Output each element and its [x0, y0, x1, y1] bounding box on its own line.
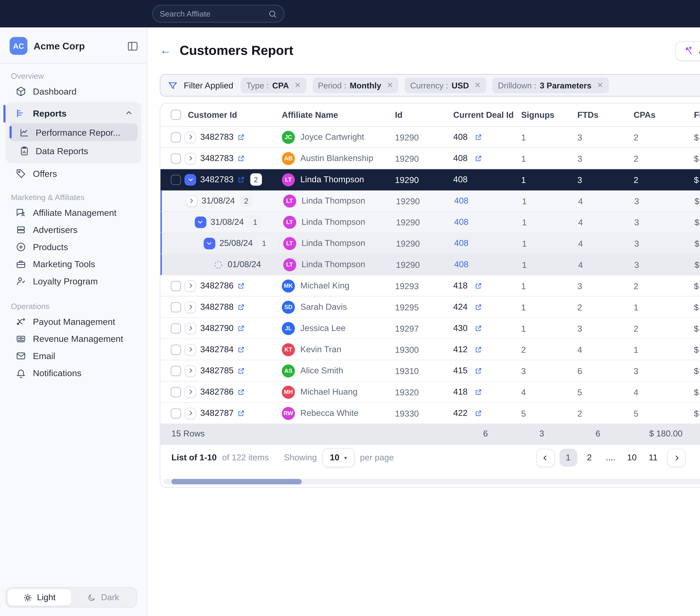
external-link-icon[interactable] [474, 324, 482, 332]
affiliate-search[interactable] [152, 5, 285, 23]
sidebar-item-payout-management[interactable]: Payout Management [0, 313, 147, 330]
expand-row-button[interactable] [185, 280, 196, 292]
sidebar-item-reports[interactable]: Reports [5, 103, 141, 123]
sidebar-item-loyalty-program[interactable]: Loyalty Program [0, 273, 147, 290]
external-link-icon[interactable] [237, 176, 245, 183]
page-button-2[interactable]: 2 [580, 449, 598, 466]
sidebar-collapse-icon[interactable] [127, 40, 138, 52]
theme-dark-button[interactable]: Dark [71, 589, 135, 606]
expand-row-button[interactable] [185, 153, 196, 164]
filter-chip-period[interactable]: Period :Monthly✕ [312, 77, 399, 93]
table-row[interactable]: 34827832LTLinda Thompson19290408132$ 102… [160, 169, 700, 191]
column-header[interactable]: Current Deal Id [447, 110, 512, 119]
collapse-row-button[interactable] [203, 238, 215, 249]
external-link-icon[interactable] [237, 409, 245, 417]
table-row[interactable]: 3482785ASAlice Smith19310415363$ 135.00$… [160, 360, 700, 382]
next-page-button[interactable] [667, 448, 685, 467]
expand-row-button[interactable] [185, 322, 196, 334]
column-header[interactable]: Affiliate Name [275, 110, 388, 119]
expand-row-button[interactable] [186, 195, 197, 206]
current-deal-id[interactable]: 408 [454, 239, 468, 248]
row-checkbox[interactable] [171, 153, 181, 163]
sidebar-item-notifications[interactable]: Notifications [0, 364, 147, 382]
table-row[interactable]: 3482784KTKevin Tran19300412241$ 120.00$ … [160, 339, 700, 360]
expand-row-button[interactable] [185, 301, 196, 313]
close-icon[interactable]: ✕ [295, 81, 301, 90]
column-header[interactable]: Signups [512, 110, 570, 119]
external-link-icon[interactable] [237, 388, 245, 396]
back-button[interactable]: ← [160, 44, 171, 57]
table-subrow[interactable]: 01/08/24LTLinda Thompson19290408143$ 110… [160, 254, 700, 275]
horizontal-scrollbar[interactable] [163, 479, 700, 484]
prev-page-button[interactable] [536, 448, 554, 467]
row-checkbox[interactable] [171, 365, 181, 376]
theme-toggle[interactable]: Light Dark [5, 587, 137, 608]
expand-row-button[interactable] [185, 131, 196, 143]
select-all-checkbox[interactable] [171, 110, 181, 120]
collapse-row-button[interactable] [195, 216, 207, 228]
sidebar-item-offers[interactable]: Offers [0, 165, 147, 182]
column-header[interactable]: CPAs [626, 110, 686, 119]
external-link-icon[interactable] [474, 409, 482, 417]
sidebar-item-advertisers[interactable]: Advertisers [0, 221, 147, 238]
expand-row-button[interactable] [185, 386, 196, 398]
row-checkbox[interactable] [171, 281, 181, 291]
search-input[interactable] [160, 10, 268, 18]
close-icon[interactable]: ✕ [474, 81, 481, 90]
table-row[interactable]: 3482786MKMichael King19293418132$ 120.00… [160, 275, 700, 297]
table-row[interactable]: 3482783ABAustin Blankenship19290408132$ … [160, 148, 700, 169]
external-link-icon[interactable] [237, 346, 245, 353]
external-link-icon[interactable] [237, 367, 245, 374]
external-link-icon[interactable] [237, 154, 245, 162]
close-icon[interactable]: ✕ [387, 81, 393, 90]
page-button-11[interactable]: 11 [644, 449, 662, 466]
filter-chip-type[interactable]: Type :CPA✕ [241, 77, 306, 93]
external-link-icon[interactable] [237, 133, 245, 141]
sidebar-item-products[interactable]: Products [0, 239, 147, 256]
row-checkbox[interactable] [171, 408, 181, 418]
column-header[interactable]: Id [388, 110, 446, 119]
sidebar-item-revenue-management[interactable]: Revenue Management [0, 330, 147, 347]
page-button-10[interactable]: 10 [623, 449, 641, 466]
row-checkbox[interactable] [171, 175, 181, 185]
table-subrow[interactable]: 31/08/242LTLinda Thompson19290408143$ 11… [160, 191, 700, 212]
external-link-icon[interactable] [474, 367, 482, 374]
filter-chip-currency[interactable]: Currency :USD✕ [405, 77, 486, 93]
table-row[interactable]: 3482786MHMichael Huang19320418454$ 150.0… [160, 382, 700, 403]
row-checkbox[interactable] [171, 323, 181, 333]
close-icon[interactable]: ✕ [597, 81, 603, 90]
column-header[interactable]: FTDs [570, 110, 626, 119]
page-button-1[interactable]: 1 [559, 449, 577, 466]
row-checkbox[interactable] [171, 302, 181, 312]
external-link-icon[interactable] [237, 324, 245, 332]
external-link-icon[interactable] [474, 133, 482, 141]
sidebar-item-dashboard[interactable]: Dashboard [0, 83, 147, 100]
external-link-icon[interactable] [474, 346, 482, 353]
row-checkbox[interactable] [171, 344, 181, 355]
external-link-icon[interactable] [474, 154, 482, 162]
filter-chip-drilldown[interactable]: Drilldown :3 Parameters✕ [492, 77, 609, 93]
per-page-select[interactable]: 10 ▾ [322, 448, 354, 467]
table-row[interactable]: 3482790JLJessica Lee19297430132$ 140.00$… [160, 318, 700, 339]
external-link-icon[interactable] [237, 303, 245, 311]
current-deal-id[interactable]: 408 [454, 217, 468, 227]
theme-light-button[interactable]: Light [8, 589, 71, 606]
ask-ai-button[interactable]: Ask AI [676, 41, 700, 61]
external-link-icon[interactable] [474, 303, 482, 311]
row-checkbox[interactable] [171, 132, 181, 142]
external-link-icon[interactable] [474, 282, 482, 290]
collapse-row-button[interactable] [185, 174, 196, 185]
sidebar-item-affiliate-management[interactable]: Affiliate Management [0, 204, 147, 221]
sidebar-item-email[interactable]: Email [0, 347, 147, 364]
current-deal-id[interactable]: 408 [454, 196, 468, 206]
external-link-icon[interactable] [237, 282, 245, 290]
sidebar-item-marketing-tools[interactable]: Marketing Tools [0, 256, 147, 273]
table-row[interactable]: 3482788SDSarah Davis19295424121$ 130.00$… [160, 297, 700, 318]
external-link-icon[interactable] [474, 388, 482, 396]
current-deal-id[interactable]: 408 [454, 260, 468, 269]
org-switcher[interactable]: AC Acme Corp [0, 27, 147, 63]
table-subrow[interactable]: 25/08/241LTLinda Thompson19290408143$ 11… [160, 233, 700, 254]
table-row[interactable]: 3482783JCJoyce Cartwright19290408132$ 10… [160, 127, 700, 148]
expand-row-button[interactable] [185, 407, 196, 419]
table-subrow[interactable]: 31/08/241LTLinda Thompson19290408143$ 11… [160, 211, 700, 233]
